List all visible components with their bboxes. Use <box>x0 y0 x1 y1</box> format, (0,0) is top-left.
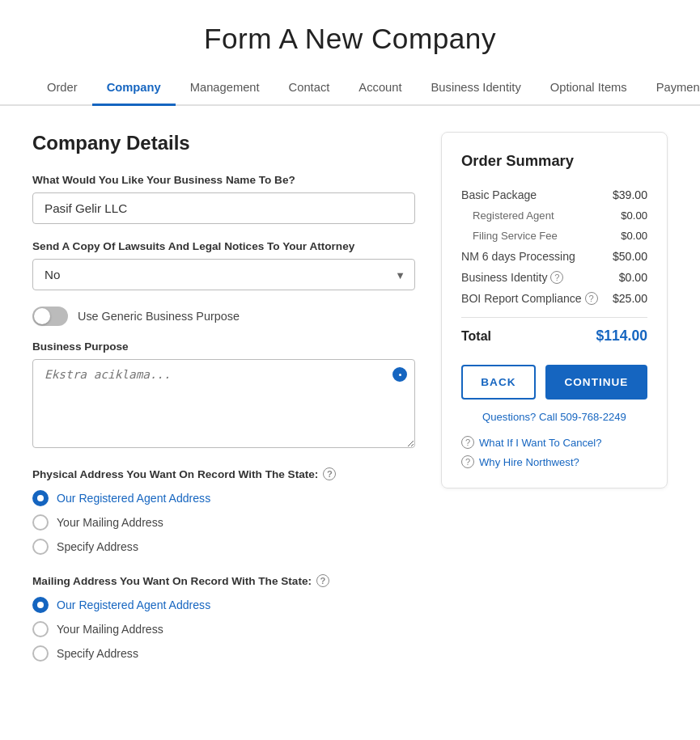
question-icon: ? <box>461 455 474 468</box>
summary-actions: BACK CONTINUE <box>461 365 647 400</box>
sidebar-link[interactable]: ?What If I Want To Cancel? <box>461 436 647 449</box>
tab-management[interactable]: Management <box>176 71 274 106</box>
radio-button[interactable] <box>32 539 49 555</box>
summary-help-icon[interactable]: ? <box>550 271 563 284</box>
summary-item-price: $0.00 <box>621 230 647 242</box>
summary-row-label: Basic Package <box>461 188 537 201</box>
summary-item: Filing Service Fee$0.00 <box>461 226 647 246</box>
tab-payment[interactable]: Payment <box>642 71 700 106</box>
mailing-address-radio-registered[interactable]: Our Registered Agent Address <box>32 597 415 613</box>
radio-button[interactable] <box>32 621 49 637</box>
summary-total: Total $114.00 <box>461 317 647 349</box>
summary-row-label: Registered Agent <box>473 209 554 222</box>
summary-items: Basic Package$39.00Registered Agent$0.00… <box>461 184 647 309</box>
physical-address-radio-specify[interactable]: Specify Address <box>32 539 415 555</box>
summary-item-price: $25.00 <box>613 292 647 305</box>
mailing-address-label: Mailing Address You Want On Record With … <box>32 574 415 587</box>
back-button[interactable]: BACK <box>461 365 536 400</box>
tab-company[interactable]: Company <box>92 71 176 106</box>
radio-label: Your Mailing Address <box>57 623 163 636</box>
textarea-wrapper <box>32 359 415 451</box>
toggle-knob <box>34 308 50 324</box>
lawsuits-label: Send A Copy Of Lawsuits And Legal Notice… <box>32 240 415 252</box>
tab-optional-items[interactable]: Optional Items <box>536 71 642 106</box>
radio-label: Specify Address <box>57 647 138 660</box>
radio-button[interactable] <box>32 645 49 662</box>
mailing-address-help-icon[interactable]: ? <box>316 574 329 587</box>
summary-item-price: $39.00 <box>613 188 647 201</box>
summary-item: Basic Package$39.00 <box>461 184 647 205</box>
sidebar-links: ?What If I Want To Cancel??Why Hire Nort… <box>461 436 647 468</box>
radio-label: Specify Address <box>57 540 138 553</box>
physical-address-label: Physical Address You Want On Record With… <box>32 467 415 480</box>
summary-item: NM 6 days Processing$50.00 <box>461 246 647 267</box>
summary-item: Registered Agent$0.00 <box>461 205 647 226</box>
physical-address-radio-registered[interactable]: Our Registered Agent Address <box>32 490 415 506</box>
physical-address-radio-mailing[interactable]: Your Mailing Address <box>32 514 415 531</box>
generic-purpose-toggle-row: Use Generic Business Purpose <box>32 307 415 326</box>
form-section: Company Details What Would You Like Your… <box>32 132 415 681</box>
summary-row-label: NM 6 days Processing <box>461 250 575 263</box>
business-name-field: What Would You Like Your Business Name T… <box>32 174 415 224</box>
physical-address-section: Physical Address You Want On Record With… <box>32 467 415 555</box>
radio-label: Our Registered Agent Address <box>57 598 210 611</box>
mailing-address-radio-specify[interactable]: Specify Address <box>32 645 415 662</box>
physical-address-help-icon[interactable]: ? <box>323 467 336 480</box>
page-title: Form A New Company <box>0 0 700 71</box>
continue-button[interactable]: CONTINUE <box>545 365 647 400</box>
business-purpose-input[interactable] <box>32 359 415 448</box>
summary-row-label: BOI Report Compliance? <box>461 292 598 305</box>
total-price: $114.00 <box>596 328 647 345</box>
sidebar-link-label: Why Hire Northwest? <box>479 456 579 468</box>
tab-business-identity[interactable]: Business Identity <box>417 71 536 106</box>
business-purpose-field: Business Purpose <box>32 340 415 451</box>
mailing-address-section: Mailing Address You Want On Record With … <box>32 574 415 662</box>
summary-item: BOI Report Compliance?$25.00 <box>461 288 647 309</box>
summary-help-icon[interactable]: ? <box>585 292 598 305</box>
sidebar-link[interactable]: ?Why Hire Northwest? <box>461 455 647 468</box>
section-title: Company Details <box>32 132 415 154</box>
summary-item-price: $50.00 <box>613 250 647 263</box>
radio-button[interactable] <box>32 490 49 506</box>
generic-purpose-toggle[interactable] <box>32 307 68 326</box>
question-icon: ? <box>461 436 474 449</box>
lawsuits-select-wrapper: NoYes ▼ <box>32 259 415 290</box>
total-label: Total <box>461 329 491 344</box>
radio-button[interactable] <box>32 514 49 531</box>
toggle-label: Use Generic Business Purpose <box>78 310 240 323</box>
summary-title: Order Summary <box>461 152 647 170</box>
business-name-input[interactable] <box>32 192 415 224</box>
radio-label: Our Registered Agent Address <box>57 492 210 505</box>
lawsuits-field: Send A Copy Of Lawsuits And Legal Notice… <box>32 240 415 290</box>
tab-contact[interactable]: Contact <box>274 71 345 106</box>
business-name-label: What Would You Like Your Business Name T… <box>32 174 415 186</box>
main-content: Company Details What Would You Like Your… <box>0 106 700 707</box>
tab-order[interactable]: Order <box>32 71 92 106</box>
navigation-tabs: OrderCompanyManagementContactAccountBusi… <box>0 71 700 106</box>
summary-item-price: $0.00 <box>619 271 647 284</box>
radio-button[interactable] <box>32 597 49 613</box>
mailing-address-radio-mailing[interactable]: Your Mailing Address <box>32 621 415 637</box>
summary-item: Business Identity?$0.00 <box>461 267 647 288</box>
call-link[interactable]: Questions? Call 509-768-2249 <box>461 411 647 423</box>
summary-row-label: Filing Service Fee <box>473 230 558 242</box>
lawsuits-select[interactable]: NoYes <box>32 259 415 290</box>
summary-item-price: $0.00 <box>621 209 647 222</box>
order-summary: Order Summary Basic Package$39.00Registe… <box>441 132 668 488</box>
radio-label: Your Mailing Address <box>57 516 163 529</box>
sidebar-link-label: What If I Want To Cancel? <box>479 437 602 449</box>
tab-account[interactable]: Account <box>344 71 416 106</box>
business-purpose-label: Business Purpose <box>32 340 415 353</box>
summary-row-label: Business Identity? <box>461 271 563 284</box>
edit-icon <box>392 367 407 382</box>
